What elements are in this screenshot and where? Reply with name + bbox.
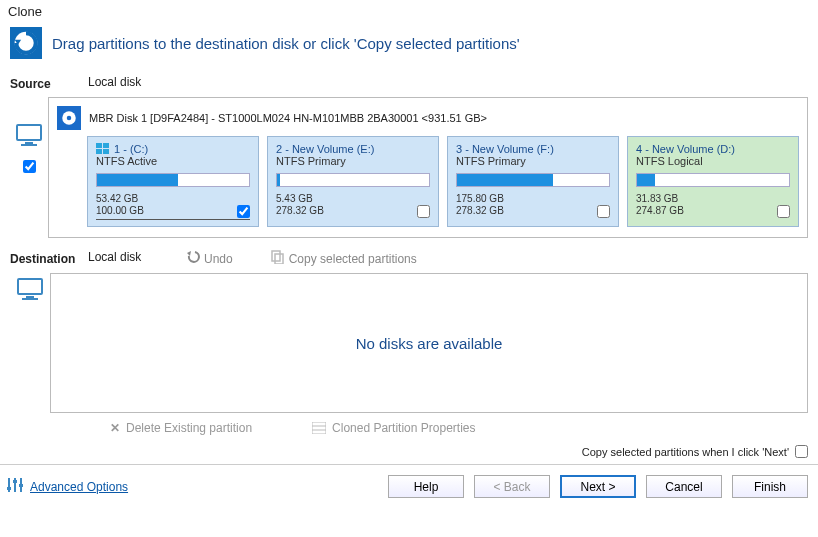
destination-disk-panel[interactable]: No disks are available bbox=[50, 273, 808, 413]
svg-rect-12 bbox=[272, 251, 280, 261]
cloned-props-button[interactable]: Cloned Partition Properties bbox=[312, 421, 475, 435]
sliders-icon bbox=[6, 477, 24, 496]
partition-card[interactable]: 3 - New Volume (F:)NTFS Primary175.80 GB… bbox=[447, 136, 619, 227]
clone-app-icon bbox=[10, 27, 42, 59]
back-button[interactable]: < Back bbox=[474, 475, 550, 498]
source-device-col bbox=[10, 97, 48, 238]
usage-bar bbox=[456, 173, 610, 187]
advanced-options-link[interactable]: Advanced Options bbox=[6, 477, 128, 496]
source-section: Source Local disk bbox=[0, 73, 818, 97]
usage-bar bbox=[96, 173, 250, 187]
partition-fs: NTFS Logical bbox=[636, 155, 790, 167]
cancel-button[interactable]: Cancel bbox=[646, 475, 722, 498]
source-label: Source bbox=[10, 75, 80, 91]
svg-rect-15 bbox=[26, 296, 34, 298]
partition-card[interactable]: 2 - New Volume (E:)NTFS Primary5.43 GB27… bbox=[267, 136, 439, 227]
properties-icon bbox=[312, 422, 326, 434]
svg-rect-9 bbox=[96, 149, 102, 154]
svg-rect-3 bbox=[25, 142, 33, 144]
svg-rect-17 bbox=[312, 422, 326, 434]
partition-title: 3 - New Volume (F:) bbox=[456, 143, 610, 155]
computer-icon bbox=[16, 277, 44, 304]
dest-device-col bbox=[10, 273, 50, 413]
partition-fs: NTFS Active bbox=[96, 155, 250, 167]
windows-icon bbox=[96, 143, 110, 155]
usage-bar bbox=[276, 173, 430, 187]
svg-rect-4 bbox=[21, 144, 37, 146]
destination-actions: ✕ Delete Existing partition Cloned Parti… bbox=[110, 421, 818, 441]
help-button[interactable]: Help bbox=[388, 475, 464, 498]
partition-sizes: 5.43 GB278.32 GB bbox=[276, 193, 430, 217]
next-button[interactable]: Next > bbox=[560, 475, 636, 498]
partition-sizes: 31.83 GB274.87 GB bbox=[636, 193, 790, 217]
svg-rect-10 bbox=[103, 149, 109, 154]
partition-checkbox[interactable] bbox=[237, 205, 250, 218]
separator bbox=[0, 464, 818, 465]
instruction-text: Drag partitions to the destination disk … bbox=[52, 35, 520, 52]
svg-rect-8 bbox=[103, 143, 109, 148]
footer-bar: Advanced Options Help < Back Next > Canc… bbox=[0, 467, 818, 508]
partition-checkbox[interactable] bbox=[777, 205, 790, 218]
partition-title: 2 - New Volume (E:) bbox=[276, 143, 430, 155]
instruction-header: Drag partitions to the destination disk … bbox=[0, 23, 818, 73]
destination-label: Destination bbox=[10, 250, 80, 267]
partition-checkbox[interactable] bbox=[597, 205, 610, 218]
copy-icon bbox=[271, 250, 285, 267]
partition-list: 1 - (C:)NTFS Active53.42 GB100.00 GB2 - … bbox=[87, 136, 799, 227]
destination-subtype: Local disk bbox=[88, 250, 178, 267]
partition-title: 4 - New Volume (D:) bbox=[636, 143, 790, 155]
svg-rect-16 bbox=[22, 298, 38, 300]
partition-fs: NTFS Primary bbox=[456, 155, 610, 167]
svg-rect-23 bbox=[7, 487, 11, 490]
svg-rect-24 bbox=[13, 480, 17, 483]
undo-button[interactable]: Undo bbox=[186, 250, 233, 267]
source-subtype: Local disk bbox=[88, 75, 148, 91]
partition-title: 1 - (C:) bbox=[96, 143, 250, 155]
svg-rect-25 bbox=[19, 484, 23, 487]
svg-marker-11 bbox=[187, 251, 191, 256]
window-title: Clone bbox=[0, 0, 818, 23]
no-disks-message: No disks are available bbox=[356, 335, 503, 352]
svg-rect-2 bbox=[17, 125, 41, 140]
disk-title: MBR Disk 1 [D9FA2484] - ST1000LM024 HN-M… bbox=[89, 112, 487, 124]
hard-disk-icon bbox=[57, 106, 81, 130]
copy-on-next-label: Copy selected partitions when I click 'N… bbox=[582, 446, 789, 458]
copy-selected-button[interactable]: Copy selected partitions bbox=[271, 250, 417, 267]
svg-rect-7 bbox=[96, 143, 102, 148]
copy-on-next-row: Copy selected partitions when I click 'N… bbox=[0, 441, 818, 462]
source-disk-checkbox[interactable] bbox=[23, 160, 36, 173]
delete-existing-button[interactable]: ✕ Delete Existing partition bbox=[110, 421, 252, 435]
usage-bar bbox=[636, 173, 790, 187]
partition-sizes: 175.80 GB278.32 GB bbox=[456, 193, 610, 217]
partition-fs: NTFS Primary bbox=[276, 155, 430, 167]
partition-checkbox[interactable] bbox=[417, 205, 430, 218]
destination-section: Destination Local disk Undo Copy selecte… bbox=[0, 248, 818, 273]
partition-sizes: 53.42 GB100.00 GB bbox=[96, 193, 250, 220]
partition-card[interactable]: 1 - (C:)NTFS Active53.42 GB100.00 GB bbox=[87, 136, 259, 227]
undo-icon bbox=[186, 250, 200, 267]
svg-rect-13 bbox=[275, 254, 283, 264]
computer-icon bbox=[15, 123, 43, 150]
copy-on-next-checkbox[interactable] bbox=[795, 445, 808, 458]
finish-button[interactable]: Finish bbox=[732, 475, 808, 498]
svg-rect-14 bbox=[18, 279, 42, 294]
source-disk-panel: MBR Disk 1 [D9FA2484] - ST1000LM024 HN-M… bbox=[48, 97, 808, 238]
partition-card[interactable]: 4 - New Volume (D:)NTFS Logical31.83 GB2… bbox=[627, 136, 799, 227]
close-icon: ✕ bbox=[110, 421, 120, 435]
svg-point-6 bbox=[67, 116, 72, 121]
